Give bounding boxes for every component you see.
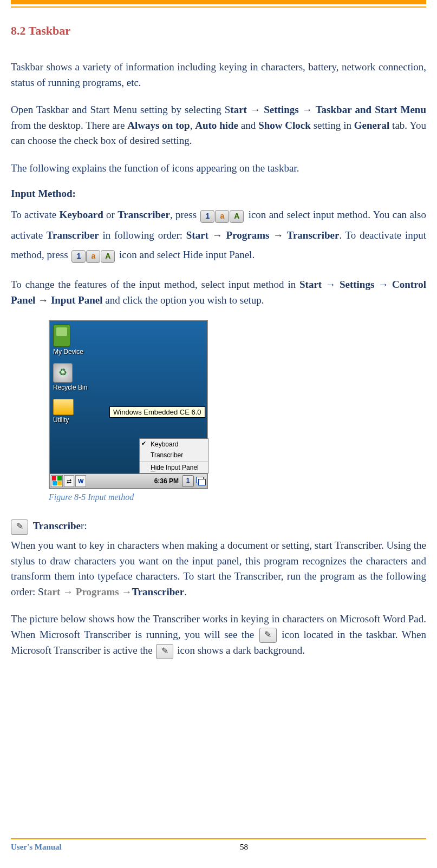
footer-divider — [11, 838, 426, 839]
folder-icon — [53, 399, 74, 415]
device-icon — [53, 324, 70, 347]
network-icon: ⇄ — [67, 478, 71, 485]
one-icon: 1 — [71, 250, 86, 263]
upper-a-icon: A — [101, 250, 115, 263]
paragraph-open-taskbar: Open Taskbar and Start Menu setting by s… — [11, 102, 426, 149]
upper-a-icon: A — [230, 210, 244, 223]
recycle-label: Recycle Bin — [53, 384, 87, 391]
transcriber-label-tail: r: — [81, 520, 87, 531]
input-method-heading: Input Method: — [11, 188, 426, 200]
transcriber-icon — [11, 520, 28, 535]
header-bar-thick — [11, 0, 426, 4]
transcriber-icon — [259, 628, 277, 643]
device-screenshot: My Device Recycle Bin Utility Windows Em… — [49, 320, 208, 489]
paragraph-transcriber-description: When you want to key in characters when … — [11, 538, 426, 600]
menu-item-keyboard[interactable]: Keyboard — [140, 439, 208, 450]
recycle-icon — [53, 363, 73, 383]
taskbar-tray-button[interactable]: ⇄ — [64, 475, 74, 487]
figure-8-5: My Device Recycle Bin Utility Windows Em… — [49, 320, 426, 489]
paragraph-intro: Taskbar shows a variety of information i… — [11, 60, 426, 90]
paragraph-change-features: To change the features of the input meth… — [11, 277, 426, 308]
taskbar-clock: 6:36 PM — [152, 477, 181, 485]
start-button-icon[interactable] — [51, 475, 63, 487]
footer-page-number: 58 — [240, 843, 248, 852]
section-title-text: Taskbar — [29, 24, 70, 37]
document-body: 8.2 Taskbar Taskbar shows a variety of i… — [11, 8, 426, 659]
section-heading: 8.2 Taskbar — [11, 24, 426, 38]
footer-title: User's Manual — [11, 843, 62, 852]
transcriber-icon — [156, 644, 173, 659]
figure-caption: Figure 8-5 Input method — [49, 492, 426, 502]
input-panel-icons: 1aA — [200, 206, 244, 226]
one-icon: 1 — [200, 210, 214, 223]
taskbar: ⇄ W 6:36 PM 1 — [50, 474, 207, 488]
paragraph-activate: To activate Keyboard or Transcriber, pre… — [11, 205, 426, 265]
input-panel-menu: Keyboard Transcriber H — [139, 438, 208, 474]
utility-label: Utility — [53, 416, 69, 424]
page-footer: User's Manual 58 — [11, 838, 426, 852]
desktop-icon-mydevice[interactable]: My Device — [53, 324, 204, 356]
menu-item-hide-input-panel[interactable]: H — [140, 462, 208, 473]
taskbar-input-icon[interactable]: 1 — [182, 475, 194, 487]
transcriber-label: Transcribe — [33, 520, 81, 531]
word-icon: W — [78, 478, 83, 484]
mydevice-label: My Device — [53, 348, 83, 356]
menu-item-transcriber[interactable]: Transcriber — [140, 450, 208, 461]
taskbar-app-button[interactable]: W — [75, 475, 86, 487]
lower-a-icon: a — [215, 210, 229, 223]
input-panel-icons-2: 1aA — [71, 246, 115, 265]
transcriber-heading-line: Transcriber: — [11, 518, 426, 535]
paragraph-following-explains: The following explains the function of i… — [11, 161, 426, 176]
taskbar-cascade-icon[interactable] — [195, 476, 206, 486]
desktop-icon-recycle[interactable]: Recycle Bin — [53, 363, 204, 391]
section-number: 8.2 — [11, 24, 26, 37]
lower-a-icon: a — [86, 250, 100, 263]
paragraph-transcriber-picture: The picture below shows how the Transcri… — [11, 611, 426, 659]
desktop-area: My Device Recycle Bin Utility Windows Em… — [50, 321, 207, 474]
tooltip-os-version: Windows Embedded CE 6.0 — [109, 406, 205, 418]
